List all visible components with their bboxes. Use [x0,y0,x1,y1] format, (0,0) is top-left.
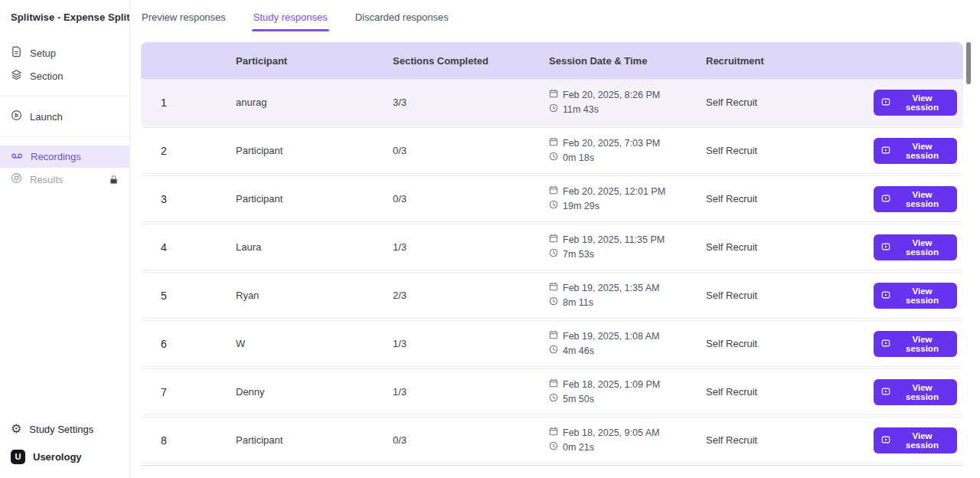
video-icon [881,194,890,205]
sections-completed: 2/3 [393,290,549,301]
recruitment-type: Self Recruit [706,290,874,301]
calendar-icon [549,88,558,103]
study-settings-button[interactable]: ⚙ Study Settings [0,415,129,443]
calendar-icon [549,185,558,199]
calendar-icon [549,136,558,151]
row-index: 4 [141,241,236,254]
sections-completed: 0/3 [393,434,549,446]
view-session-label: View session [895,383,949,401]
view-session-button[interactable]: View session [874,234,957,260]
participant-name: Ryan [236,290,393,301]
table-row[interactable]: 5 Ryan 2/3 Feb 19, 2025, 1:35 AM 8m 11s … [141,272,963,319]
recruitment-type: Self Recruit [706,338,874,349]
clock-icon [549,296,558,310]
view-session-label: View session [895,431,949,450]
participant-name: anurag [236,97,393,108]
view-session-button[interactable]: View session [874,138,957,164]
actions-cell: View session [874,427,963,453]
session-date: Feb 19, 2025, 11:35 PM [563,233,665,247]
sidebar-nav: Setup Section Launch Recordin [0,41,129,191]
session-date: Feb 19, 2025, 1:35 AM [563,281,659,296]
session-duration: 8m 11s [563,296,593,310]
session-datetime: Feb 18, 2025, 9:05 AM 0m 21s [549,426,706,455]
userology-logo: U [11,450,25,464]
session-duration: 0m 18s [563,151,594,165]
lock-icon [109,175,119,185]
row-index: 3 [141,193,236,205]
app-window: Splitwise - Expense Splittin... Setup Se… [0,0,980,478]
sidebar-item-section[interactable]: Section [0,64,129,87]
table-row[interactable]: 7 Denny 1/3 Feb 18, 2025, 1:09 PM 5m 50s… [141,368,963,415]
row-index: 5 [141,290,236,302]
sections-completed: 1/3 [393,241,549,253]
document-icon [11,46,22,60]
participant-name: Participant [236,145,393,156]
row-index: 7 [141,386,236,398]
session-duration: 7m 53s [563,247,594,262]
layers-icon [11,69,22,83]
view-session-label: View session [895,93,949,112]
view-session-button[interactable]: View session [874,186,957,212]
session-date: Feb 20, 2025, 8:26 PM [563,88,660,103]
sidebar-item-setup[interactable]: Setup [0,41,129,64]
play-circle-icon [11,110,22,123]
participant-name: Denny [236,386,393,398]
table-row[interactable]: 4 Laura 1/3 Feb 19, 2025, 11:35 PM 7m 53… [141,224,963,270]
tab-discarded-responses[interactable]: Discarded responses [355,0,449,34]
video-icon [881,290,890,301]
study-settings-label: Study Settings [29,424,93,435]
sidebar-item-label: Setup [30,47,56,59]
participant-name: Participant [236,193,393,205]
session-date: Feb 20, 2025, 12:01 PM [563,185,665,199]
session-duration: 11m 43s [563,103,599,117]
row-index: 2 [141,145,236,157]
tab-preview-responses[interactable]: Preview responses [142,0,226,34]
sidebar-item-recordings[interactable]: Recordings [0,146,129,168]
sidebar-item-launch[interactable]: Launch [0,105,129,128]
calendar-icon [549,329,558,344]
video-icon [881,387,890,398]
view-session-button[interactable]: View session [874,379,957,405]
table-row[interactable]: 3 Participant 0/3 Feb 20, 2025, 12:01 PM… [141,175,963,222]
session-duration: 4m 46s [563,344,594,358]
row-index: 1 [141,97,236,109]
userology-brand[interactable]: U Userology [0,443,129,470]
recruitment-type: Self Recruit [706,434,874,446]
actions-cell: View session [874,283,963,309]
recruitment-type: Self Recruit [706,241,874,253]
video-icon [881,435,890,446]
view-session-button[interactable]: View session [874,90,957,116]
scrollbar-thumb[interactable] [966,42,971,84]
table-row[interactable]: 6 W 1/3 Feb 19, 2025, 1:08 AM 4m 46s Sel… [141,320,963,367]
session-datetime: Feb 20, 2025, 7:03 PM 0m 18s [549,136,706,165]
study-title: Splitwise - Expense Splittin... [0,0,129,28]
actions-cell: View session [874,234,963,260]
calendar-icon [549,281,558,296]
view-session-label: View session [895,286,949,305]
participant-name: Participant [236,434,393,446]
table-row[interactable]: 8 Participant 0/3 Feb 18, 2025, 9:05 AM … [141,417,963,463]
table-row[interactable]: 1 anurag 3/3 Feb 20, 2025, 8:26 PM 11m 4… [141,79,963,126]
video-icon [881,339,890,349]
view-session-button[interactable]: View session [874,427,957,453]
sidebar-footer: ⚙ Study Settings U Userology [0,415,129,478]
video-icon [881,97,890,108]
clock-icon [549,344,558,358]
sidebar-item-label: Launch [30,111,63,123]
video-icon [881,146,890,156]
actions-cell: View session [874,186,963,212]
sidebar-item-results[interactable]: Results [0,168,129,191]
view-session-button[interactable]: View session [874,331,957,357]
view-session-label: View session [895,238,949,257]
session-duration: 5m 50s [563,392,594,407]
sidebar-divider [0,96,129,97]
vertical-scrollbar[interactable] [966,42,971,468]
recruitment-type: Self Recruit [706,193,874,205]
view-session-button[interactable]: View session [874,283,957,309]
tab-study-responses[interactable]: Study responses [253,0,328,34]
response-tabs: Preview responses Study responses Discar… [130,0,980,34]
main-content: Preview responses Study responses Discar… [130,0,980,478]
table-row[interactable]: 2 Participant 0/3 Feb 20, 2025, 7:03 PM … [141,127,963,174]
view-session-label: View session [895,190,949,208]
row-index: 8 [141,434,236,447]
